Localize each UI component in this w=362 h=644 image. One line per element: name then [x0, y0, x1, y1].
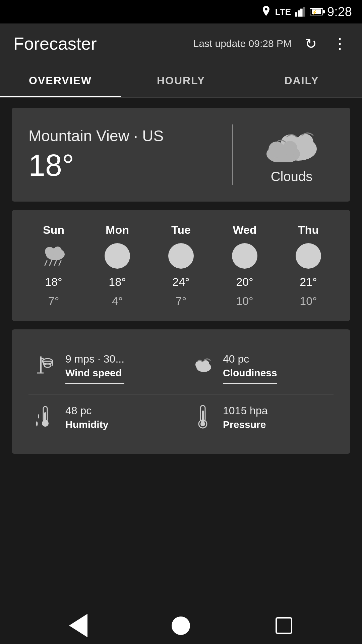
wind-icon	[34, 353, 57, 376]
forecast-card: Sun 18° 7°	[12, 210, 350, 321]
nav-back-button[interactable]	[66, 614, 90, 637]
svg-point-19	[232, 243, 257, 269]
svg-point-17	[105, 243, 130, 269]
day-mon-label: Mon	[106, 223, 129, 236]
day-sun-icon	[37, 243, 70, 269]
weather-card: Mountain View · US 18° Clouds	[12, 108, 350, 202]
forecast-day-sun: Sun 18° 7°	[37, 223, 70, 308]
day-tue-label: Tue	[171, 223, 191, 236]
detail-wind: 9 mps · 30... Wind speed	[28, 343, 181, 394]
day-wed-label: Wed	[233, 223, 256, 236]
svg-rect-3	[303, 7, 305, 16]
day-thu-high: 21°	[300, 275, 317, 288]
forecast-day-thu: Thu 21° 10°	[292, 223, 325, 308]
nav-bar	[0, 607, 362, 644]
day-thu-icon	[292, 243, 325, 269]
day-sun-low: 7°	[48, 294, 59, 308]
details-grid: 9 mps · 30... Wind speed	[28, 343, 334, 440]
wind-info: 9 mps · 30... Wind speed	[65, 353, 124, 384]
svg-point-11	[45, 247, 54, 256]
svg-point-18	[168, 243, 194, 269]
humidity-label: Humidity	[65, 419, 108, 430]
detail-humidity: 48 pc Humidity	[28, 394, 181, 440]
details-card: 9 mps · 30... Wind speed	[12, 329, 350, 454]
day-tue-low: 7°	[176, 294, 187, 308]
nav-spacer	[0, 464, 362, 507]
day-thu-label: Thu	[298, 223, 319, 236]
lte-icon: LTE	[275, 7, 291, 17]
detail-cloudiness: 40 pc Cloudiness	[181, 343, 334, 394]
svg-point-8	[268, 142, 285, 158]
day-mon-low: 4°	[112, 294, 123, 308]
weather-condition: Clouds	[250, 125, 334, 184]
cloudiness-separator	[223, 383, 277, 384]
svg-rect-2	[300, 9, 303, 17]
status-icons: LTE ⚡ 9:28	[261, 5, 352, 19]
nav-recent-button[interactable]	[272, 614, 296, 637]
svg-point-31	[202, 360, 209, 367]
temperature-display: 18°	[28, 148, 216, 183]
clock: 9:28	[327, 5, 352, 19]
location-text: Mountain View · US	[28, 127, 216, 145]
humidity-icon	[34, 405, 57, 428]
svg-line-15	[54, 261, 56, 265]
day-sun-high: 18°	[45, 275, 62, 288]
svg-rect-38	[202, 411, 204, 424]
tab-hourly[interactable]: HOURLY	[121, 64, 241, 97]
back-icon	[69, 614, 87, 637]
svg-rect-1	[298, 10, 300, 17]
day-sun-label: Sun	[43, 223, 64, 236]
status-bar: LTE ⚡ 9:28	[0, 0, 362, 23]
signal-icon	[295, 7, 306, 17]
svg-line-16	[59, 261, 61, 265]
last-update-text: Last update 09:28 PM	[193, 38, 292, 49]
forecast-day-tue: Tue 24° 7°	[164, 223, 198, 308]
humidity-info: 48 pc Humidity	[65, 405, 108, 430]
more-button[interactable]: ⋮	[330, 35, 349, 53]
home-icon	[172, 616, 190, 635]
forecast-day-wed: Wed 20° 10°	[228, 223, 261, 308]
day-mon-high: 18°	[109, 275, 126, 288]
svg-point-26	[44, 364, 51, 367]
refresh-button[interactable]: ↻	[302, 35, 320, 53]
app-title: Forecaster	[13, 34, 97, 54]
day-wed-high: 20°	[236, 275, 253, 288]
location-icon	[261, 6, 271, 18]
svg-point-6	[297, 134, 313, 151]
svg-point-20	[296, 243, 321, 269]
wind-separator	[65, 383, 124, 384]
detail-pressure: 1015 hpa Pressure	[181, 394, 334, 440]
forecast-row: Sun 18° 7°	[22, 223, 340, 308]
clouds-icon-large	[258, 125, 325, 162]
day-thu-low: 10°	[300, 294, 317, 308]
day-wed-low: 10°	[236, 294, 253, 308]
cloudiness-value: 40 pc	[223, 353, 277, 365]
svg-rect-0	[295, 12, 297, 16]
weather-divider	[232, 124, 233, 185]
pressure-label: Pressure	[223, 419, 267, 430]
app-bar-right: Last update 09:28 PM ↻ ⋮	[193, 35, 349, 53]
cloudiness-icon	[191, 353, 215, 376]
tab-overview[interactable]: OVERVIEW	[0, 64, 121, 97]
main-content: Mountain View · US 18° Clouds	[0, 98, 362, 464]
svg-rect-34	[44, 412, 46, 423]
day-mon-icon	[101, 243, 134, 269]
day-tue-high: 24°	[172, 275, 189, 288]
battery-icon: ⚡	[310, 8, 323, 15]
tab-daily[interactable]: DAILY	[241, 64, 362, 97]
wind-label: Wind speed	[65, 367, 124, 379]
svg-point-9	[283, 141, 297, 156]
svg-point-12	[54, 247, 62, 255]
pressure-icon	[191, 405, 215, 428]
svg-line-14	[50, 261, 52, 265]
humidity-value: 48 pc	[65, 405, 108, 417]
day-wed-icon	[228, 243, 261, 269]
app-bar: Forecaster Last update 09:28 PM ↻ ⋮	[0, 23, 362, 64]
recent-icon	[276, 617, 292, 634]
forecast-day-mon: Mon 18° 4°	[101, 223, 134, 308]
nav-home-button[interactable]	[169, 614, 193, 637]
cloudiness-label: Cloudiness	[223, 367, 277, 379]
svg-rect-21	[40, 356, 42, 373]
day-tue-icon	[164, 243, 198, 269]
tabs: OVERVIEW HOURLY DAILY	[0, 64, 362, 98]
